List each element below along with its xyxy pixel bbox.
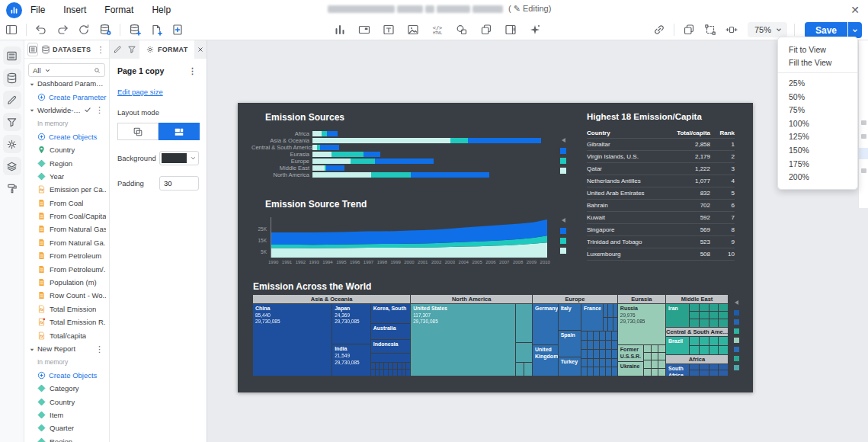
treemap-cell[interactable] bbox=[604, 318, 607, 331]
scroll-left-icon[interactable] bbox=[735, 300, 738, 305]
treemap-cell-china[interactable]: China85,44029,730,085 bbox=[253, 304, 332, 376]
dashboard-page[interactable]: Emission Sources AfricaAsia & OceaniaCen… bbox=[238, 103, 753, 392]
treemap-cell[interactable] bbox=[612, 350, 617, 358]
info-card-icon[interactable] bbox=[504, 23, 517, 37]
close-panel-icon[interactable] bbox=[194, 40, 207, 59]
treemap-cell[interactable] bbox=[700, 337, 709, 345]
copy-icon[interactable] bbox=[479, 23, 493, 37]
treemap-cell[interactable] bbox=[690, 370, 699, 376]
treemap-cell[interactable] bbox=[612, 359, 617, 367]
tab-style-pencil[interactable] bbox=[110, 40, 124, 59]
treemap-cell[interactable] bbox=[719, 364, 728, 370]
treemap-cell[interactable] bbox=[709, 304, 719, 311]
treemap-cell[interactable] bbox=[690, 337, 699, 345]
treemap-cell-indonesia[interactable]: Indonesia bbox=[371, 340, 411, 353]
treemap-cell[interactable] bbox=[700, 346, 709, 354]
html-icon[interactable]: </>HTML bbox=[431, 23, 444, 37]
bar-segment-pale[interactable] bbox=[312, 172, 371, 178]
treemap-cell-spain[interactable]: Spain bbox=[559, 331, 581, 357]
treemap-cell[interactable] bbox=[613, 318, 617, 331]
bar-segment-pale[interactable] bbox=[312, 138, 450, 143]
menu-item-fill-the-view[interactable]: Fill the View bbox=[778, 56, 857, 70]
menu-insert[interactable]: Insert bbox=[63, 5, 86, 15]
table-row[interactable]: Virgin Islands, U.S.2,1792 bbox=[587, 151, 735, 163]
treemap-cell-germany[interactable]: Germany bbox=[533, 304, 558, 344]
page-menu-icon[interactable]: ⋮ bbox=[186, 67, 199, 75]
treemap-chart[interactable]: Asia & OceaniaChina85,44029,730,085Japan… bbox=[253, 295, 728, 376]
area-chart-legend[interactable] bbox=[559, 218, 568, 254]
bar-row-asia-oceania[interactable]: Asia & Oceania bbox=[251, 137, 549, 144]
rail-gear-icon[interactable] bbox=[3, 135, 21, 153]
field-total-emission-r-[interactable]: fxTotal Emission R... bbox=[24, 315, 109, 328]
treemap-cell[interactable] bbox=[371, 354, 411, 362]
treemap-cell[interactable] bbox=[581, 350, 587, 358]
treemap-cell-japan[interactable]: Japan24,36929,730,085 bbox=[332, 304, 370, 344]
menu-item-zoom-175[interactable]: 175% bbox=[778, 157, 857, 171]
treemap-cell[interactable] bbox=[402, 370, 406, 376]
field-country[interactable]: Country bbox=[24, 143, 109, 156]
treemap-cell[interactable] bbox=[658, 360, 665, 367]
bar-segment-blue[interactable] bbox=[411, 172, 489, 178]
field-year[interactable]: Year bbox=[24, 170, 109, 183]
treemap-cell[interactable] bbox=[406, 370, 410, 376]
menu-item-zoom-50[interactable]: 50% bbox=[778, 90, 857, 104]
menu-item-zoom-125[interactable]: 125% bbox=[778, 130, 857, 144]
treemap-cell[interactable] bbox=[402, 363, 406, 369]
caret-down-icon[interactable] bbox=[29, 81, 35, 87]
database-settings-icon[interactable] bbox=[98, 23, 112, 37]
treemap-cell[interactable] bbox=[700, 319, 709, 326]
treemap-legend-swatch[interactable] bbox=[734, 356, 739, 361]
table-row[interactable]: Qatar1,2223 bbox=[587, 163, 735, 175]
bar-segment-teal[interactable] bbox=[322, 131, 327, 136]
treemap-legend-swatch[interactable] bbox=[734, 310, 739, 315]
menu-format[interactable]: Format bbox=[104, 5, 133, 15]
treemap-cell[interactable] bbox=[384, 370, 388, 376]
bar-segment-blue[interactable] bbox=[375, 159, 433, 164]
treemap-cell-ukraine[interactable]: Ukraine bbox=[618, 362, 644, 376]
treemap-cell[interactable] bbox=[594, 341, 599, 349]
treemap-cell[interactable] bbox=[393, 370, 397, 376]
treemap-cell[interactable] bbox=[384, 363, 388, 369]
treemap-cell[interactable] bbox=[393, 363, 397, 369]
treemap-cell[interactable] bbox=[380, 363, 383, 369]
bar-chart-legend[interactable] bbox=[559, 138, 568, 174]
background-color-picker[interactable] bbox=[159, 151, 199, 165]
scroll-left-icon[interactable] bbox=[562, 138, 565, 143]
treemap-cell[interactable] bbox=[606, 350, 611, 358]
menu-help[interactable]: Help bbox=[152, 5, 171, 15]
treemap-cell[interactable] bbox=[690, 364, 699, 370]
tree-create-objects[interactable]: Create Objects bbox=[24, 369, 109, 382]
treemap-group-header[interactable]: Middle East bbox=[666, 295, 728, 303]
treemap-cell[interactable] bbox=[588, 350, 593, 358]
bar-segment-blue[interactable] bbox=[468, 138, 541, 143]
dataset-list-view-icon[interactable] bbox=[27, 43, 38, 56]
treemap-cell[interactable] bbox=[588, 367, 593, 376]
bar-segment-pale[interactable] bbox=[312, 152, 332, 157]
treemap-cell[interactable] bbox=[690, 304, 699, 311]
field-total-emission[interactable]: fxTotal Emission bbox=[24, 303, 109, 315]
treemap-cell[interactable] bbox=[700, 312, 709, 319]
treemap-cell[interactable] bbox=[516, 343, 532, 362]
treemap-cell[interactable] bbox=[389, 363, 392, 369]
treemap-cell[interactable] bbox=[588, 332, 593, 340]
bar-segment-teal[interactable] bbox=[450, 138, 468, 143]
bar-segment-teal[interactable] bbox=[332, 152, 364, 157]
treemap-legend-swatch[interactable] bbox=[734, 319, 739, 325]
treemap-cell-turkey[interactable]: Turkey bbox=[559, 357, 581, 376]
treemap-cell[interactable] bbox=[700, 364, 709, 370]
rail-roller-icon[interactable] bbox=[3, 179, 21, 197]
treemap-cell[interactable] bbox=[588, 359, 593, 367]
treemap-cell[interactable] bbox=[604, 304, 607, 317]
treemap-cell-united-kingdom[interactable]: United Kingdom bbox=[533, 345, 558, 376]
rail-pencil-icon[interactable] bbox=[3, 91, 21, 109]
legend-swatch-blue[interactable] bbox=[560, 228, 566, 234]
table-row[interactable]: Singapore5698 bbox=[587, 224, 735, 236]
treemap-cell[interactable] bbox=[658, 345, 665, 352]
treemap-cell[interactable] bbox=[709, 370, 719, 376]
treemap-cell[interactable] bbox=[658, 353, 665, 360]
bar-row-north-america[interactable]: North America bbox=[251, 171, 549, 178]
panel-toggle-icon[interactable] bbox=[5, 23, 18, 37]
treemap-group-header[interactable]: Asia & Oceania bbox=[253, 295, 410, 303]
treemap-cell[interactable] bbox=[524, 363, 532, 376]
table-row[interactable]: Kuwait5927 bbox=[587, 212, 735, 224]
